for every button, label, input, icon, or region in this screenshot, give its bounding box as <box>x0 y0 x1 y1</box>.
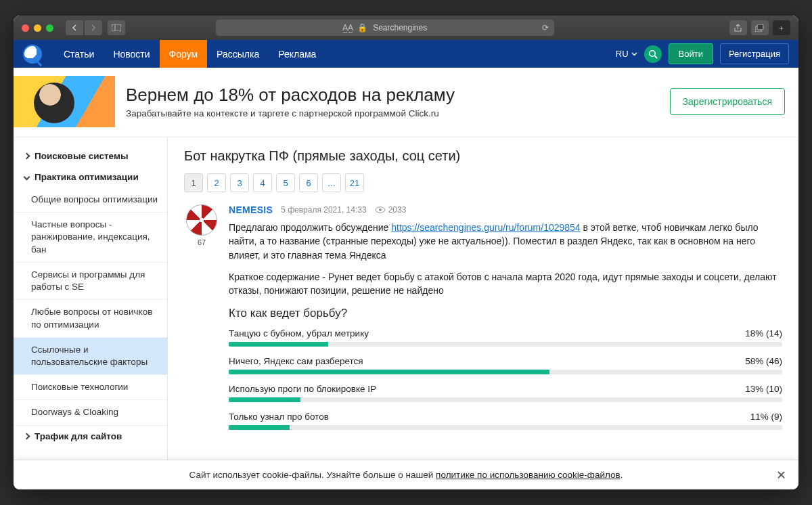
new-tab-button[interactable]: ＋ <box>773 20 790 35</box>
post: 67 NEMESIS 5 февраля 2021, 14:33 2033 Пр… <box>184 204 782 439</box>
poll-bar <box>229 342 782 347</box>
svg-rect-0 <box>112 24 121 31</box>
page-button[interactable]: 4 <box>253 173 272 192</box>
titlebar: A̲A̲ 🔒 Searchengines ⟳ ＋ <box>14 16 798 40</box>
main-area: Поисковые системыПрактика оптимизацииОбщ… <box>14 137 798 460</box>
page-button[interactable]: 6 <box>299 173 318 192</box>
svg-point-4 <box>649 50 654 56</box>
poll-option-value: 13% (10) <box>745 384 782 394</box>
sidebar-group-label: Практика оптимизации <box>35 172 139 182</box>
poll-bar <box>229 370 782 374</box>
page-button[interactable]: 21 <box>345 173 364 192</box>
poll-bar <box>229 397 782 402</box>
reload-icon[interactable]: ⟳ <box>542 23 549 32</box>
views-count: 2033 <box>388 205 407 215</box>
site-nav: СтатьиНовостиФорумРассылкаРеклама RU Вой… <box>14 40 798 68</box>
language-label: RU <box>616 49 629 59</box>
cookie-banner: Сайт использует cookie-файлы. Узнайте бо… <box>14 460 798 489</box>
chevron-right-icon <box>24 433 30 439</box>
chevron-right-icon <box>24 153 30 160</box>
page-button[interactable]: ... <box>322 173 341 192</box>
page-button[interactable]: 1 <box>184 173 203 192</box>
sidebar-item[interactable]: Любые вопросы от новичков по оптимизации <box>14 300 167 337</box>
nav-link-0[interactable]: Статьи <box>54 40 104 68</box>
sidebar-group-label: Трафик для сайтов <box>35 431 122 441</box>
cookie-policy-link[interactable]: политике по использованию cookie-файлов <box>436 470 621 480</box>
browser-window: A̲A̲ 🔒 Searchengines ⟳ ＋ СтатьиНовостиФо… <box>14 16 798 489</box>
nav-link-3[interactable]: Рассылка <box>207 40 269 68</box>
pagination: 123456...21 <box>184 173 782 192</box>
window-controls <box>22 24 53 32</box>
sidebar-group[interactable]: Поисковые системы <box>14 146 167 167</box>
reader-icon[interactable]: A̲A̲ <box>342 23 353 32</box>
sidebar-item[interactable]: Частные вопросы - ранжирование, индексац… <box>14 213 167 263</box>
sidebar-item[interactable]: Сервисы и программы для работы с SE <box>14 263 167 300</box>
nav-link-2[interactable]: Форум <box>160 40 208 68</box>
poll-question: Кто как ведет борьбу? <box>229 307 782 320</box>
author-link[interactable]: NEMESIS <box>229 204 273 215</box>
poll-option[interactable]: Использую проги по блокировке IP13% (10) <box>229 384 782 402</box>
poll-bar-fill <box>229 425 290 430</box>
sidebar-item[interactable]: Общие вопросы оптимизации <box>14 188 167 213</box>
poll-option-label: Использую проги по блокировке IP <box>229 384 376 394</box>
register-button[interactable]: Регистрация <box>720 43 789 64</box>
nav-link-4[interactable]: Реклама <box>269 40 325 68</box>
svg-point-7 <box>379 208 382 211</box>
sidebar: Поисковые системыПрактика оптимизацииОбщ… <box>14 137 168 460</box>
address-bar[interactable]: A̲A̲ 🔒 Searchengines ⟳ <box>216 20 554 36</box>
poll-option-label: Ничего, Яндекс сам разберется <box>229 356 363 366</box>
thread-link[interactable]: https://searchengines.guru/ru/forum/1029… <box>391 222 580 233</box>
banner-headline: Вернем до 18% от расходов на рекламу <box>126 85 455 106</box>
nav-back-forward <box>66 20 102 35</box>
thread-title: Бот накрутка ПФ (прямые заходы, соц сети… <box>184 148 782 164</box>
banner-subtext: Зарабатывайте на контексте и таргете с п… <box>126 108 455 118</box>
back-button[interactable] <box>66 20 83 35</box>
post-datetime: 5 февраля 2021, 14:33 <box>281 205 367 215</box>
sidebar-item[interactable]: Doorways & Cloaking <box>14 400 167 425</box>
reputation: 67 <box>184 238 219 246</box>
sidebar-group[interactable]: Трафик для сайтов <box>14 426 167 447</box>
poll-option-label: Только узнал про ботов <box>229 412 329 422</box>
page-button[interactable]: 3 <box>230 173 249 192</box>
forward-button[interactable] <box>85 20 102 35</box>
tabs-button[interactable] <box>751 20 769 35</box>
nav-link-1[interactable]: Новости <box>104 40 159 68</box>
poll-option[interactable]: Ничего, Яндекс сам разберется58% (46) <box>229 356 782 374</box>
close-icon[interactable]: ✕ <box>776 468 786 483</box>
page-button[interactable]: 2 <box>207 173 226 192</box>
search-button[interactable] <box>644 45 662 63</box>
poll-option[interactable]: Танцую с бубном, убрал метрику18% (14) <box>229 328 782 347</box>
site-logo[interactable] <box>23 45 42 64</box>
svg-line-5 <box>654 56 657 58</box>
poll-bar-fill <box>229 397 300 402</box>
post-paragraph: Краткое содержание - Рунет ведет борьбу … <box>229 270 782 298</box>
poll: Танцую с бубном, убрал метрику18% (14)Ни… <box>229 328 782 430</box>
poll-bar-fill <box>229 370 549 374</box>
share-button[interactable] <box>729 20 747 35</box>
maximize-window-icon[interactable] <box>46 24 53 32</box>
poll-option[interactable]: Только узнал про ботов11% (9) <box>229 412 782 430</box>
sidebar-group[interactable]: Практика оптимизации <box>14 167 167 188</box>
avatar[interactable] <box>186 204 217 236</box>
url-text: Searchengines <box>373 23 427 32</box>
eye-icon <box>375 206 386 213</box>
poll-option-value: 18% (14) <box>745 328 782 338</box>
poll-bar-fill <box>229 342 328 347</box>
close-window-icon[interactable] <box>22 24 29 32</box>
sidebar-item[interactable]: Поисковые технологии <box>14 375 167 400</box>
language-selector[interactable]: RU <box>616 49 637 59</box>
sidebar-group-label: Поисковые системы <box>35 151 128 161</box>
search-icon <box>648 49 658 59</box>
minimize-window-icon[interactable] <box>34 24 41 32</box>
poll-option-value: 11% (9) <box>750 412 782 422</box>
sidebar-toggle-button[interactable] <box>108 20 125 35</box>
poll-option-label: Танцую с бубном, убрал метрику <box>229 328 369 338</box>
banner-image <box>14 76 115 127</box>
banner-cta-button[interactable]: Зарегистрироваться <box>670 88 785 115</box>
sidebar-item[interactable]: Ссылочные и пользовательские факторы <box>14 338 167 375</box>
page-button[interactable]: 5 <box>276 173 295 192</box>
poll-bar <box>229 425 782 430</box>
post-paragraph: Предлагаю продолжить обсуждение https://… <box>229 221 782 262</box>
login-button[interactable]: Войти <box>669 43 713 64</box>
lock-icon: 🔒 <box>357 23 367 32</box>
